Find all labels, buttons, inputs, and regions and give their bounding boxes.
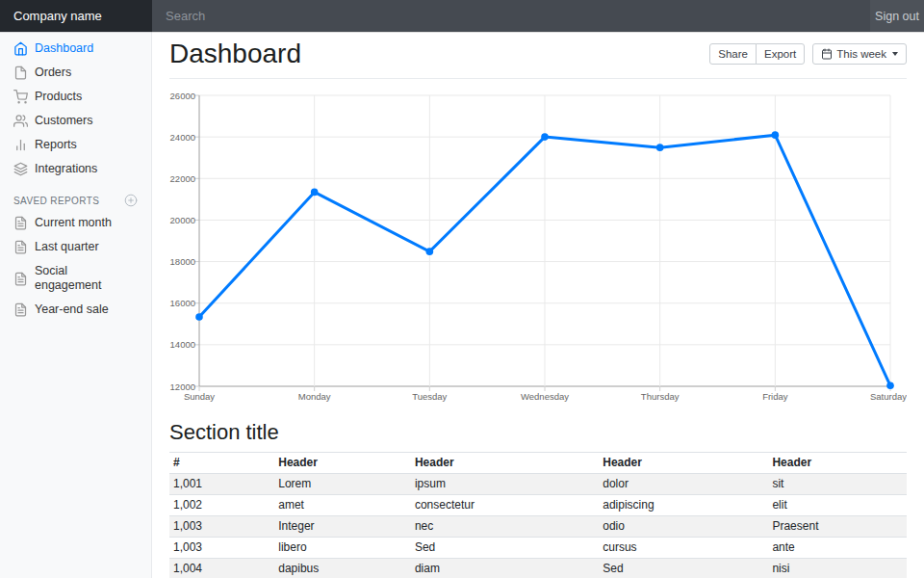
svg-text:16000: 16000 xyxy=(170,298,195,308)
table-cell: Lorem xyxy=(272,474,409,495)
table-cell: Sed xyxy=(409,538,597,559)
main-content: Dashboard Share Export This week 1200014… xyxy=(152,32,924,578)
table-cell: sit xyxy=(766,474,907,495)
sidebar-item-label: Year-end sale xyxy=(35,302,109,317)
sidebar-item-label: Dashboard xyxy=(35,41,93,56)
table-cell: 1,001 xyxy=(169,474,272,495)
sidebar-item-label: Reports xyxy=(35,138,77,152)
table-cell: dolor xyxy=(597,474,766,495)
table-cell: Sed xyxy=(597,559,766,578)
table-row: 1,001Loremipsumdolorsit xyxy=(169,474,907,495)
svg-text:Sunday: Sunday xyxy=(184,391,215,402)
sidebar-item-current-month[interactable]: Current month xyxy=(0,211,151,235)
table-cell: 1,004 xyxy=(169,559,272,578)
page-header: Dashboard Share Export This week xyxy=(169,32,907,79)
sign-out-link[interactable]: Sign out xyxy=(870,0,924,32)
layers-icon xyxy=(13,162,28,176)
sidebar-item-label: Orders xyxy=(35,66,71,80)
table-row: 1,003IntegernecodioPraesent xyxy=(169,516,907,538)
section-title: Section title xyxy=(169,420,907,445)
sidebar-item-dashboard[interactable]: Dashboard xyxy=(0,37,151,61)
svg-text:12000: 12000 xyxy=(170,381,195,392)
table-header-cell: Header xyxy=(272,453,409,474)
table-cell: 1,003 xyxy=(169,516,272,538)
table-cell: consectetur xyxy=(409,495,597,516)
sidebar-item-label: Customers xyxy=(35,114,92,128)
calendar-icon xyxy=(821,48,833,60)
line-chart: 1200014000160001800020000220002400026000… xyxy=(169,86,907,407)
table-cell: nec xyxy=(409,516,597,538)
share-button[interactable]: Share xyxy=(709,43,757,65)
sidebar-item-label: Integrations xyxy=(35,162,97,176)
table-cell: Integer xyxy=(272,516,409,538)
svg-text:22000: 22000 xyxy=(170,173,195,184)
sidebar-nav: DashboardOrdersProductsCustomersReportsI… xyxy=(0,37,151,181)
table-cell: elit xyxy=(766,495,907,516)
svg-text:24000: 24000 xyxy=(170,132,195,143)
table-cell: ipsum xyxy=(409,474,597,495)
period-dropdown-button[interactable]: This week xyxy=(812,43,907,65)
saved-reports-heading: Saved reports xyxy=(13,196,99,206)
share-export-group: Share Export xyxy=(709,43,805,65)
svg-text:Thursday: Thursday xyxy=(641,391,680,402)
home-icon xyxy=(13,41,28,56)
table-body: 1,001Loremipsumdolorsit1,002ametconsecte… xyxy=(169,474,907,578)
page-title: Dashboard xyxy=(169,39,301,68)
table-cell: nisi xyxy=(766,559,907,578)
file-icon xyxy=(13,66,28,80)
svg-text:Wednesday: Wednesday xyxy=(521,391,569,402)
export-button[interactable]: Export xyxy=(756,43,805,65)
table-header-cell: Header xyxy=(766,453,907,474)
table-header-cell: Header xyxy=(597,453,766,474)
sidebar-item-reports[interactable]: Reports xyxy=(0,133,151,157)
sidebar-item-products[interactable]: Products xyxy=(0,85,151,109)
toolbar: Share Export This week xyxy=(709,39,907,65)
sidebar-item-label: Current month xyxy=(35,216,112,230)
saved-reports-heading-row: Saved reports xyxy=(0,181,151,211)
top-navbar: Company name Sign out xyxy=(0,0,924,32)
period-label: This week xyxy=(836,48,886,60)
svg-text:Tuesday: Tuesday xyxy=(412,391,447,402)
table-cell: dapibus xyxy=(272,559,409,578)
svg-text:18000: 18000 xyxy=(170,256,195,267)
svg-text:Saturday: Saturday xyxy=(870,391,907,402)
table-cell: 1,003 xyxy=(169,538,272,559)
table-head: #HeaderHeaderHeaderHeader xyxy=(169,453,907,474)
bar-chart-icon xyxy=(13,138,28,152)
sidebar: DashboardOrdersProductsCustomersReportsI… xyxy=(0,32,152,578)
data-table: #HeaderHeaderHeaderHeader 1,001Loremipsu… xyxy=(169,452,907,578)
chevron-down-icon xyxy=(892,52,898,56)
users-icon xyxy=(13,114,28,128)
svg-text:26000: 26000 xyxy=(170,91,195,101)
sidebar-item-label: Social engagement xyxy=(35,264,138,293)
sidebar-item-year-end-sale[interactable]: Year-end sale xyxy=(0,298,151,322)
table-cell: ante xyxy=(766,538,907,559)
sidebar-item-last-quarter[interactable]: Last quarter xyxy=(0,235,151,259)
table-cell: Praesent xyxy=(766,516,907,538)
table-cell: cursus xyxy=(597,538,766,559)
table-cell: libero xyxy=(272,538,409,559)
sidebar-item-social-engagement[interactable]: Social engagement xyxy=(0,259,151,298)
svg-text:Friday: Friday xyxy=(762,391,788,402)
shopping-cart-icon xyxy=(13,90,28,104)
table-cell: amet xyxy=(272,495,409,516)
sidebar-item-label: Products xyxy=(35,90,82,104)
table-cell: adipiscing xyxy=(597,495,766,516)
file-text-icon xyxy=(13,240,28,254)
sidebar-item-integrations[interactable]: Integrations xyxy=(0,157,151,181)
table-header-cell: # xyxy=(169,453,272,474)
table-row: 1,002ametconsecteturadipiscingelit xyxy=(169,495,907,516)
sidebar-item-customers[interactable]: Customers xyxy=(0,109,151,133)
table-cell: diam xyxy=(409,559,597,578)
sidebar-item-label: Last quarter xyxy=(35,240,99,254)
plus-circle-icon[interactable] xyxy=(124,194,138,207)
file-text-icon xyxy=(13,272,28,286)
saved-reports-nav: Current monthLast quarterSocial engageme… xyxy=(0,211,151,322)
sidebar-item-orders[interactable]: Orders xyxy=(0,61,151,85)
brand[interactable]: Company name xyxy=(0,0,152,32)
file-text-icon xyxy=(13,216,28,230)
table-cell: odio xyxy=(597,516,766,538)
search-input[interactable] xyxy=(152,0,870,32)
table-row: 1,004dapibusdiamSednisi xyxy=(169,559,907,578)
table-header-cell: Header xyxy=(409,453,597,474)
